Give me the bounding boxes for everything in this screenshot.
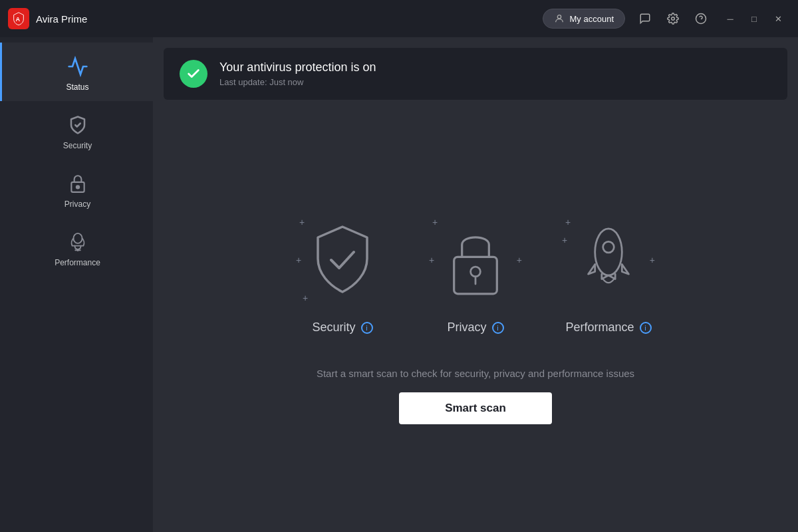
privacy-feature-icon-wrapper: + + + [429, 210, 522, 310]
performance-label-text: Performance [565, 321, 634, 334]
svg-rect-13 [454, 257, 497, 293]
sidebar-privacy-label: Privacy [65, 200, 90, 209]
svg-point-17 [603, 241, 614, 253]
status-title: Your antivirus protection is on [219, 61, 376, 74]
titlebar: A Avira Prime My account [0, 0, 798, 37]
my-account-button[interactable]: My account [543, 9, 625, 29]
close-button[interactable]: ✕ [766, 7, 790, 31]
app-logo: A [8, 8, 29, 29]
svg-point-10 [73, 233, 82, 243]
content-area: Your antivirus protection is on Last upd… [153, 37, 798, 532]
features-section: + + + Security i [164, 113, 787, 521]
status-subtitle: Last update: Just now [219, 77, 376, 87]
smart-scan-button[interactable]: Smart scan [399, 392, 552, 424]
status-icon [66, 55, 90, 78]
sidebar-item-performance[interactable]: Performance [0, 218, 153, 277]
security-info-icon[interactable]: i [361, 322, 373, 334]
svg-point-14 [471, 267, 481, 277]
performance-info-icon[interactable]: i [640, 322, 652, 334]
sidebar-item-status[interactable]: Status [0, 43, 153, 101]
sparkle-bl-security: + [303, 293, 308, 303]
privacy-label-text: Privacy [447, 321, 486, 334]
chat-button[interactable] [633, 7, 657, 31]
help-button[interactable] [689, 7, 713, 31]
status-text-group: Your antivirus protection is on Last upd… [219, 61, 376, 87]
status-banner: Your antivirus protection is on Last upd… [164, 48, 787, 100]
my-account-label: My account [570, 14, 614, 24]
sidebar: Status Security Privacy [0, 37, 153, 532]
window-controls: ─ □ ✕ [718, 7, 790, 31]
sidebar-performance-label: Performance [55, 258, 100, 267]
minimize-button[interactable]: ─ [718, 7, 742, 31]
privacy-icon [66, 172, 90, 196]
performance-feature-label: Performance i [565, 321, 651, 334]
app-name: Avira Prime [36, 13, 543, 25]
svg-point-5 [672, 17, 675, 21]
security-feature-icon-wrapper: + + + [296, 210, 389, 310]
sparkle-mr-privacy: + [517, 255, 522, 265]
maximize-button[interactable]: □ [742, 7, 766, 31]
feature-item-performance: + + + [562, 210, 655, 334]
sidebar-item-security[interactable]: Security [0, 101, 153, 160]
scan-section: Start a smart scan to check for security… [317, 368, 634, 424]
feature-item-privacy: + + + Priva [429, 210, 522, 334]
features-icons: + + + Security i [296, 210, 655, 334]
sparkle-tl-privacy: + [432, 217, 438, 227]
security-feature-label: Security i [312, 321, 372, 334]
sparkle-ml-security: + [296, 255, 301, 265]
sparkle-tl-security: + [299, 217, 305, 227]
settings-button[interactable] [661, 7, 685, 31]
sidebar-status-label: Status [66, 82, 88, 92]
sparkle-ml-performance: + [562, 235, 567, 245]
svg-point-9 [76, 186, 78, 188]
privacy-info-icon[interactable]: i [492, 322, 504, 334]
performance-icon [66, 230, 90, 254]
svg-point-1 [557, 15, 561, 19]
sidebar-security-label: Security [63, 141, 92, 150]
titlebar-controls [633, 7, 713, 31]
sparkle-tl-performance: + [565, 217, 571, 227]
feature-item-security: + + + Security i [296, 210, 389, 334]
status-check-circle [180, 60, 207, 88]
security-icon [66, 113, 90, 137]
performance-feature-icon-wrapper: + + + [562, 210, 655, 310]
sparkle-mr-performance: + [650, 255, 655, 265]
sidebar-item-privacy[interactable]: Privacy [0, 160, 153, 218]
security-label-text: Security [312, 321, 355, 334]
privacy-feature-label: Privacy i [447, 321, 503, 334]
svg-text:A: A [15, 16, 20, 23]
main-layout: Status Security Privacy [0, 37, 798, 532]
sparkle-ml-privacy: + [429, 255, 434, 265]
scan-description: Start a smart scan to check for security… [317, 368, 634, 379]
